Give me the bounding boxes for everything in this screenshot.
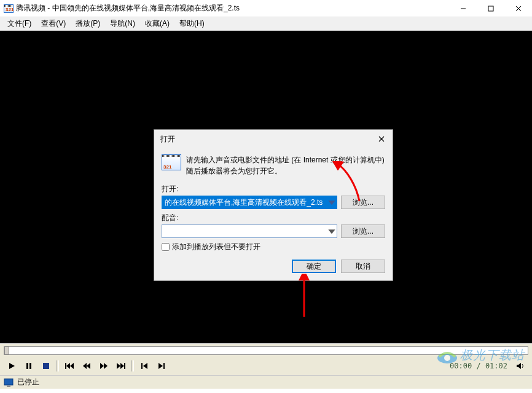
open-field-label: 打开:	[162, 184, 385, 194]
ok-button[interactable]: 确定	[292, 260, 336, 273]
play-button[interactable]	[4, 359, 20, 373]
time-display: 00:00 / 01:02	[446, 362, 511, 370]
statusbar: 已停止	[0, 375, 532, 389]
mpc-icon	[162, 154, 181, 170]
svg-rect-21	[124, 363, 125, 369]
svg-marker-13	[66, 363, 70, 369]
svg-rect-9	[26, 363, 28, 369]
window-controls	[449, 0, 532, 17]
dialog-close-button[interactable]	[374, 132, 389, 146]
svg-rect-27	[4, 379, 13, 385]
svg-marker-23	[143, 363, 147, 369]
menu-play[interactable]: 播放(P)	[71, 17, 105, 30]
svg-marker-20	[120, 363, 124, 369]
pause-button[interactable]	[21, 359, 37, 373]
step-back-button[interactable]	[136, 359, 152, 373]
close-button[interactable]	[504, 0, 532, 17]
controlbar: 00:00 / 01:02	[0, 357, 532, 375]
svg-rect-10	[29, 363, 31, 369]
seekbar	[0, 343, 532, 357]
svg-rect-11	[43, 363, 49, 369]
dialog-title-text: 打开	[160, 134, 175, 145]
svg-marker-18	[104, 363, 108, 369]
dub-file-input[interactable]	[162, 224, 337, 238]
forward-button[interactable]	[96, 359, 112, 373]
browse-dub-button[interactable]: 浏览...	[341, 224, 385, 238]
add-to-playlist-label: 添加到播放列表但不要打开	[172, 242, 260, 252]
dialog-titlebar[interactable]: 打开	[154, 130, 393, 148]
skip-back-button[interactable]	[61, 359, 77, 373]
svg-marker-15	[83, 363, 87, 369]
rewind-button[interactable]	[79, 359, 95, 373]
svg-marker-16	[87, 363, 90, 369]
add-to-playlist-checkbox[interactable]	[162, 243, 170, 251]
window-title: 腾讯视频 - 中国领先的在线视频媒体平台,海量高清视频在线观看_2.ts	[16, 3, 449, 14]
mute-button[interactable]	[512, 359, 528, 373]
step-forward-button[interactable]	[154, 359, 170, 373]
menu-view[interactable]: 查看(V)	[36, 17, 71, 30]
browse-open-button[interactable]: 浏览...	[341, 196, 385, 209]
dub-field-label: 配音:	[162, 213, 385, 223]
monitor-icon	[4, 378, 14, 387]
skip-forward-button[interactable]	[113, 359, 129, 373]
stop-button[interactable]	[38, 359, 54, 373]
video-area: 打开 请先输入声音或电影文件的地址 (在 Internet 或您的计算机中) 随…	[0, 31, 532, 343]
separator	[57, 360, 59, 371]
open-dialog: 打开 请先输入声音或电影文件的地址 (在 Internet 或您的计算机中) 随…	[154, 129, 393, 281]
separator	[131, 360, 134, 371]
menu-help[interactable]: 帮助(H)	[174, 17, 209, 30]
svg-rect-22	[141, 363, 143, 369]
minimize-button[interactable]	[449, 0, 477, 17]
cancel-button[interactable]: 取消	[341, 260, 385, 273]
svg-marker-17	[100, 363, 104, 369]
svg-marker-14	[70, 363, 74, 369]
svg-rect-28	[7, 386, 10, 387]
svg-marker-26	[517, 363, 521, 369]
svg-marker-19	[117, 363, 120, 369]
svg-rect-25	[163, 363, 165, 369]
svg-marker-8	[9, 363, 15, 369]
svg-marker-24	[158, 363, 163, 369]
seek-thumb[interactable]	[4, 346, 9, 355]
svg-rect-1	[488, 6, 493, 11]
maximize-button[interactable]	[477, 0, 504, 17]
menu-file[interactable]: 文件(F)	[2, 17, 36, 30]
seek-track[interactable]	[4, 346, 528, 355]
app-icon	[4, 4, 14, 13]
menu-navigate[interactable]: 导航(N)	[105, 17, 140, 30]
svg-rect-12	[65, 363, 66, 369]
add-to-playlist-row[interactable]: 添加到播放列表但不要打开	[162, 242, 385, 252]
dialog-instruction: 请先输入声音或电影文件的地址 (在 Internet 或您的计算机中) 随后播放…	[186, 154, 385, 177]
menu-favorites[interactable]: 收藏(A)	[140, 17, 174, 30]
status-text: 已停止	[17, 377, 39, 387]
menubar: 文件(F) 查看(V) 播放(P) 导航(N) 收藏(A) 帮助(H)	[0, 17, 532, 31]
open-file-input[interactable]	[162, 196, 337, 209]
titlebar: 腾讯视频 - 中国领先的在线视频媒体平台,海量高清视频在线观看_2.ts	[0, 0, 532, 17]
